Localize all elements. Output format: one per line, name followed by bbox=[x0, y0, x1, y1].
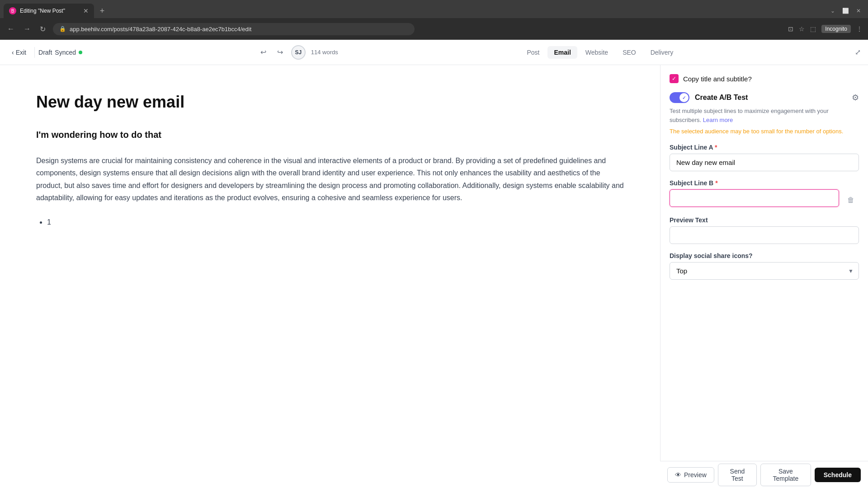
app-header: ‹ Exit Draft Synced ↩ ↪ SJ 114 words Pos… bbox=[0, 40, 868, 65]
editor-list: 1 bbox=[36, 218, 624, 226]
social-share-label: Display social share icons? bbox=[670, 252, 859, 259]
cast-icon[interactable]: ⊡ bbox=[788, 25, 793, 33]
preview-text-input[interactable] bbox=[670, 226, 859, 244]
bookmark-icon[interactable]: ☆ bbox=[799, 25, 805, 33]
eye-icon: 👁 bbox=[675, 471, 681, 479]
subject-line-a-group: Subject Line A * bbox=[670, 144, 859, 171]
subject-line-b-input[interactable] bbox=[670, 189, 839, 207]
social-share-select-wrapper: Top Bottom None ▼ bbox=[670, 262, 859, 280]
expand-button[interactable]: ⤢ bbox=[855, 48, 861, 56]
copy-title-checkbox[interactable]: ✓ bbox=[670, 74, 679, 83]
editor-title[interactable]: New day new email bbox=[36, 92, 624, 112]
minimize-button[interactable]: ⌄ bbox=[830, 8, 835, 14]
bottom-action-bar: 👁 Preview Send Test Save Template Schedu… bbox=[660, 461, 868, 488]
copy-title-row: ✓ Copy title and subtitle? bbox=[670, 74, 859, 83]
main-layout: New day new email I'm wondering how to d… bbox=[0, 65, 868, 488]
browser-actions: ⊡ ☆ ⬚ Incognito ⋮ bbox=[788, 25, 863, 33]
subject-line-b-row: 🗑 bbox=[670, 189, 859, 208]
tab-title: Editing "New Post" bbox=[20, 8, 80, 14]
editor-subtitle[interactable]: I'm wondering how to do that bbox=[36, 130, 624, 140]
required-marker-b: * bbox=[715, 179, 717, 187]
window-controls: ⌄ ⬜ ✕ bbox=[830, 8, 868, 14]
undo-button[interactable]: ↩ bbox=[258, 45, 269, 59]
ab-test-row: ✓ Create A/B Test ⚙ bbox=[670, 92, 859, 103]
subject-line-b-label-text: Subject Line B bbox=[670, 179, 713, 187]
word-count: 114 words bbox=[311, 49, 338, 56]
reload-button[interactable]: ↻ bbox=[38, 23, 47, 35]
bottom-spacer bbox=[670, 288, 859, 319]
toggle-knob: ✓ bbox=[679, 93, 689, 102]
browser-tab[interactable]: B Editing "New Post" ✕ bbox=[4, 4, 94, 18]
email-settings-panel: ✓ Copy title and subtitle? ✓ Create A/B … bbox=[660, 65, 868, 488]
list-item[interactable]: 1 bbox=[47, 218, 624, 226]
subject-line-b-group: Subject Line B * 🗑 bbox=[670, 179, 859, 208]
preview-label: Preview bbox=[684, 471, 707, 479]
ab-description: Test multiple subject lines to maximize … bbox=[670, 107, 859, 124]
required-marker-a: * bbox=[715, 144, 717, 151]
tab-close-button[interactable]: ✕ bbox=[83, 7, 89, 14]
incognito-badge: Incognito bbox=[821, 25, 851, 33]
delete-subject-b-button[interactable]: 🗑 bbox=[843, 192, 859, 208]
copy-title-label: Copy title and subtitle? bbox=[683, 75, 752, 83]
subject-line-a-input[interactable] bbox=[670, 154, 859, 171]
tab-delivery[interactable]: Delivery bbox=[644, 46, 680, 59]
subject-line-b-label: Subject Line B * bbox=[670, 179, 859, 187]
ab-settings-icon[interactable]: ⚙ bbox=[852, 93, 859, 103]
back-button[interactable]: ← bbox=[5, 23, 16, 35]
menu-icon[interactable]: ⋮ bbox=[856, 25, 863, 33]
preview-text-label: Preview Text bbox=[670, 216, 859, 224]
new-tab-button[interactable]: + bbox=[96, 5, 108, 17]
redo-button[interactable]: ↪ bbox=[274, 45, 286, 59]
address-bar[interactable]: 🔒 app.beehiiv.com/posts/478a23a8-2087-42… bbox=[53, 23, 415, 35]
preview-text-group: Preview Text bbox=[670, 216, 859, 244]
synced-dot bbox=[79, 51, 82, 54]
warning-text: The selected audience may be too small f… bbox=[670, 128, 859, 135]
draft-status: Draft Synced bbox=[38, 49, 82, 56]
save-template-button[interactable]: Save Template bbox=[760, 464, 811, 486]
toggle-check-icon: ✓ bbox=[682, 95, 686, 100]
lock-icon: 🔒 bbox=[59, 26, 66, 32]
subject-line-a-label: Subject Line A * bbox=[670, 144, 859, 151]
ab-description-text: Test multiple subject lines to maximize … bbox=[670, 108, 829, 123]
social-share-select[interactable]: Top Bottom None bbox=[670, 262, 859, 280]
preview-button[interactable]: 👁 Preview bbox=[667, 467, 714, 483]
schedule-button[interactable]: Schedule bbox=[815, 468, 861, 482]
ab-test-toggle[interactable]: ✓ bbox=[670, 92, 689, 103]
subject-line-a-label-text: Subject Line A bbox=[670, 144, 713, 151]
header-center: ↩ ↪ SJ 114 words bbox=[258, 45, 338, 60]
exit-label: Exit bbox=[16, 49, 26, 56]
social-share-group: Display social share icons? Top Bottom N… bbox=[670, 252, 859, 280]
tab-seo[interactable]: SEO bbox=[616, 46, 642, 59]
tab-post[interactable]: Post bbox=[520, 46, 546, 59]
ab-test-label: Create A/B Test bbox=[695, 94, 846, 102]
header-divider bbox=[34, 47, 35, 58]
avatar-button[interactable]: SJ bbox=[291, 45, 306, 60]
header-tabs: Post Email Website SEO Delivery bbox=[520, 46, 679, 59]
forward-button[interactable]: → bbox=[22, 23, 33, 35]
send-test-button[interactable]: Send Test bbox=[718, 464, 757, 486]
tab-email[interactable]: Email bbox=[547, 46, 577, 59]
exit-button[interactable]: ‹ Exit bbox=[7, 46, 31, 59]
url-text: app.beehiiv.com/posts/478a23a8-2087-424c… bbox=[70, 26, 251, 33]
draft-label: Draft bbox=[38, 49, 52, 56]
tab-website[interactable]: Website bbox=[579, 46, 614, 59]
synced-label: Synced bbox=[55, 49, 76, 56]
editor-body[interactable]: Design systems are crucial for maintaini… bbox=[36, 155, 624, 204]
learn-more-link[interactable]: Learn more bbox=[703, 117, 733, 123]
tab-favicon: B bbox=[9, 7, 16, 14]
editor-area[interactable]: New day new email I'm wondering how to d… bbox=[0, 65, 660, 488]
maximize-button[interactable]: ⬜ bbox=[842, 8, 849, 14]
extensions-icon[interactable]: ⬚ bbox=[810, 25, 816, 33]
chevron-left-icon: ‹ bbox=[12, 49, 14, 56]
close-window-button[interactable]: ✕ bbox=[856, 8, 861, 14]
